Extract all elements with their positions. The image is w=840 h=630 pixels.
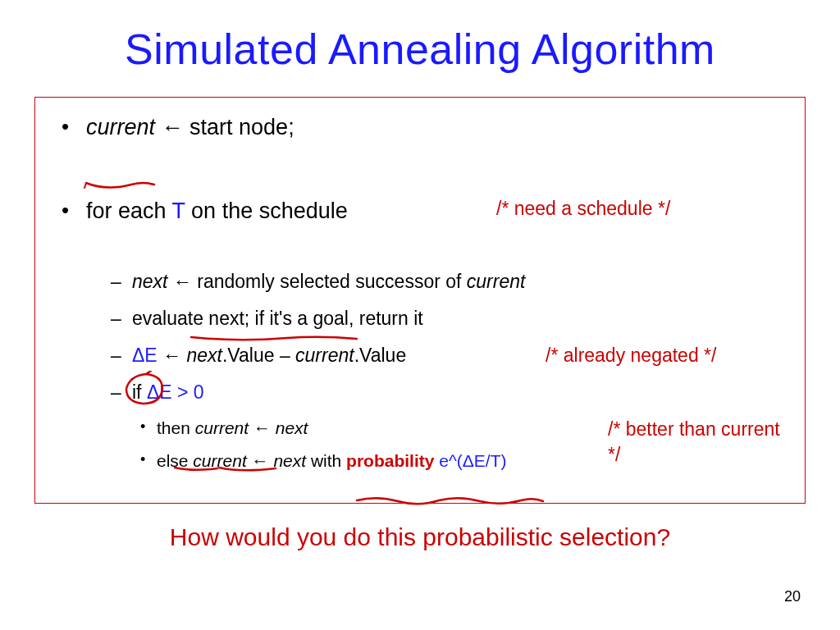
bullet-list-level1: current ← start node; for each T on the … [53, 112, 787, 473]
text-else: else [157, 451, 193, 470]
nested-block: next ← randomly selected successor of cu… [53, 269, 787, 473]
assign-arrow: ← [155, 115, 189, 139]
text-startnode: start node; [189, 115, 294, 139]
text-foreach: for each [86, 199, 172, 223]
text-value: .Value [354, 345, 407, 366]
var-current: current [467, 271, 526, 292]
line-else: else current ← next with probability e^(… [132, 450, 787, 472]
text-random: randomly selected successor of [197, 271, 467, 292]
var-current: current [193, 451, 246, 470]
text-if: if [132, 381, 147, 403]
comment-schedule: /* need a schedule */ [496, 196, 670, 221]
var-next: next [276, 418, 308, 437]
text-with: with [306, 451, 346, 470]
assign-arrow: ← [158, 345, 187, 366]
comment-negated: /* already negated */ [546, 343, 716, 368]
footer-question: How would you do this probabilistic sele… [33, 523, 807, 551]
line-then: then current ← next /* better than curre… [132, 417, 787, 440]
text-minus: .Value – [222, 345, 295, 366]
slide: Simulated Annealing Algorithm current ← … [0, 0, 840, 630]
assign-arrow: ← [249, 418, 276, 437]
text-evaluate: evaluate next; if it's a goal, return it [132, 308, 423, 329]
expr-exp: e^(ΔE/T) [434, 451, 506, 470]
var-current: current [195, 418, 249, 437]
assign-arrow: ← [167, 271, 197, 292]
bullet-list-level3: then current ← next /* better than curre… [132, 417, 787, 473]
var-current: current [295, 345, 354, 366]
var-deltaE: ΔE [132, 345, 158, 366]
page-number: 20 [784, 588, 801, 605]
line-deltaE: ΔE ← next.Value – current.Value /* alrea… [103, 343, 787, 368]
assign-arrow: ← [247, 451, 274, 470]
text-probability: probability [346, 451, 434, 470]
text-then: then [157, 418, 195, 437]
bullet-list-level2: next ← randomly selected successor of cu… [103, 269, 787, 473]
var-next: next [273, 451, 306, 470]
line-current-start: current ← start node; [53, 112, 787, 142]
line-if: if ΔE > 0 then current ← next /* better … [103, 380, 787, 473]
cond-deltaE-gt-zero: ΔE > 0 [147, 381, 204, 403]
spacer [53, 148, 787, 189]
var-T: T [172, 199, 185, 223]
text-schedule: on the schedule [185, 199, 348, 223]
algorithm-box: current ← start node; for each T on the … [34, 97, 806, 504]
slide-title: Simulated Annealing Algorithm [33, 25, 807, 74]
var-next: next [187, 345, 222, 366]
line-evaluate: evaluate next; if it's a goal, return it [103, 306, 787, 331]
var-next: next [132, 271, 167, 292]
line-next-random: next ← randomly selected successor of cu… [103, 269, 787, 294]
spacer [53, 233, 787, 262]
var-current: current [86, 115, 155, 139]
line-foreach: for each T on the schedule /* need a sch… [53, 196, 787, 226]
